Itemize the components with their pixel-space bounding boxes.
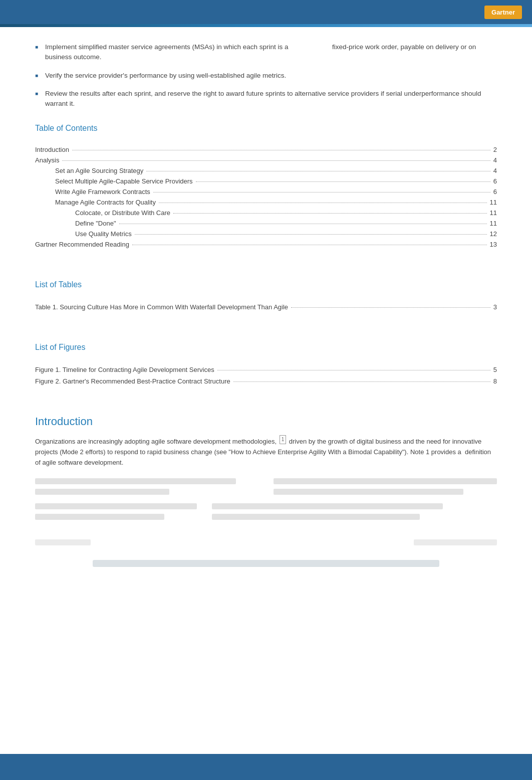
toc-page: 12 (490, 230, 497, 238)
toc-dots (196, 181, 490, 182)
toc-label: Write Agile Framework Contracts (55, 188, 150, 196)
footnote-1: 1 (280, 435, 287, 444)
toc-item-recommended-reading: Gartner Recommended Reading 13 (35, 241, 497, 248)
table-1-label: Table 1. Sourcing Culture Has More in Co… (35, 303, 288, 311)
toc-item-analysis: Analysis 4 (35, 156, 497, 164)
intro-heading: Introduction (35, 415, 497, 428)
toc-page: 11 (490, 209, 497, 217)
bullet-text-1: Implement simplified master service agre… (45, 42, 497, 63)
figure-2-item: Figure 2. Gartner's Recommended Best-Pra… (35, 377, 497, 385)
figure-1-label: Figure 1. Timeline for Contracting Agile… (35, 366, 214, 373)
page-wrapper: Gartner ■ Implement simplified master se… (0, 0, 532, 780)
table-1-page: 3 (493, 303, 497, 311)
toc-label: Select Multiple Agile-Capable Service Pr… (55, 177, 193, 185)
toc-page: 11 (490, 199, 497, 206)
introduction-section: Introduction Organizations are increasin… (35, 415, 497, 567)
toc-label: Manage Agile Contracts for Quality (55, 199, 156, 206)
toc-dots (146, 171, 490, 171)
figure-1-item: Figure 1. Timeline for Contracting Agile… (35, 366, 497, 373)
toc-item-agile-strategy: Set an Agile Sourcing Strategy 4 (35, 167, 497, 174)
toc-page: 6 (493, 177, 497, 185)
main-content: ■ Implement simplified master service ag… (0, 27, 532, 602)
toc-item-define-done: Define "Done" 11 (35, 220, 497, 227)
list-figures-heading: List of Figures (35, 343, 497, 352)
figure-1-page: 5 (493, 366, 497, 373)
toc-item-introduction: Introduction 2 (35, 146, 497, 153)
bullet-list: ■ Implement simplified master service ag… (35, 42, 497, 109)
list-figures-section: List of Figures Figure 1. Timeline for C… (35, 343, 497, 385)
toc-page: 4 (493, 167, 497, 174)
toc-item-contracts: Write Agile Framework Contracts 6 (35, 188, 497, 196)
toc-label: Gartner Recommended Reading (35, 241, 129, 248)
list-tables-section: List of Tables Table 1. Sourcing Culture… (35, 280, 497, 311)
toc-label: Set an Agile Sourcing Strategy (55, 167, 143, 174)
toc-dots (62, 160, 490, 161)
toc-page: 11 (490, 220, 497, 227)
bullet-item-3: ■ Review the results after each sprint, … (35, 89, 497, 109)
toc-label: Analysis (35, 156, 59, 164)
toc-dots (135, 234, 487, 235)
bullet-icon-2: ■ (35, 72, 38, 79)
top-bar: Gartner (0, 0, 532, 24)
figure-2-label: Figure 2. Gartner's Recommended Best-Pra… (35, 377, 230, 385)
toc-label: Colocate, or Distribute With Care (75, 209, 170, 217)
toc-dots (159, 203, 487, 203)
figure-2-dots (233, 381, 490, 382)
table-1-dots (291, 307, 490, 308)
toc-page: 6 (493, 188, 497, 196)
toc-item-select-providers: Select Multiple Agile-Capable Service Pr… (35, 177, 497, 185)
toc-section: Table of Contents Introduction 2 Analysi… (35, 124, 497, 248)
toc-item-manage-quality: Manage Agile Contracts for Quality 11 (35, 199, 497, 206)
bullet-text-2: Verify the service provider's performanc… (45, 71, 497, 81)
table-1-item: Table 1. Sourcing Culture Has More in Co… (35, 303, 497, 311)
toc-dots (72, 150, 490, 150)
toc-dots (173, 213, 487, 214)
toc-dots (119, 224, 487, 224)
toc-dots (132, 245, 487, 245)
toc-heading: Table of Contents (35, 124, 497, 133)
toc-spacer (35, 142, 497, 146)
toc-item-quality-metrics: Use Quality Metrics 12 (35, 230, 497, 238)
bullet-item-1: ■ Implement simplified master service ag… (35, 42, 497, 63)
redacted-block-2 (35, 539, 497, 567)
figure-2-page: 8 (493, 377, 497, 385)
figure-1-dots (217, 370, 490, 370)
toc-label: Introduction (35, 146, 69, 153)
bottom-bar (0, 756, 532, 780)
intro-paragraph: Organizations are increasingly adopting … (35, 435, 497, 468)
redacted-block-1 (35, 478, 497, 524)
toc-page: 4 (493, 156, 497, 164)
toc-label: Define "Done" (75, 220, 116, 227)
gartner-logo: Gartner (484, 6, 522, 19)
bullet-icon-1: ■ (35, 43, 38, 51)
bullet-item-2: ■ Verify the service provider's performa… (35, 71, 497, 81)
bottom-wide-redacted (35, 560, 497, 567)
toc-dots (153, 192, 490, 192)
toc-page: 2 (493, 146, 497, 153)
toc-label: Use Quality Metrics (75, 230, 132, 238)
bullet-text-3: Review the results after each sprint, an… (45, 89, 497, 109)
list-tables-heading: List of Tables (35, 280, 497, 289)
bullet-icon-3: ■ (35, 90, 38, 97)
toc-page: 13 (490, 241, 497, 248)
toc-item-colocate: Colocate, or Distribute With Care 11 (35, 209, 497, 217)
